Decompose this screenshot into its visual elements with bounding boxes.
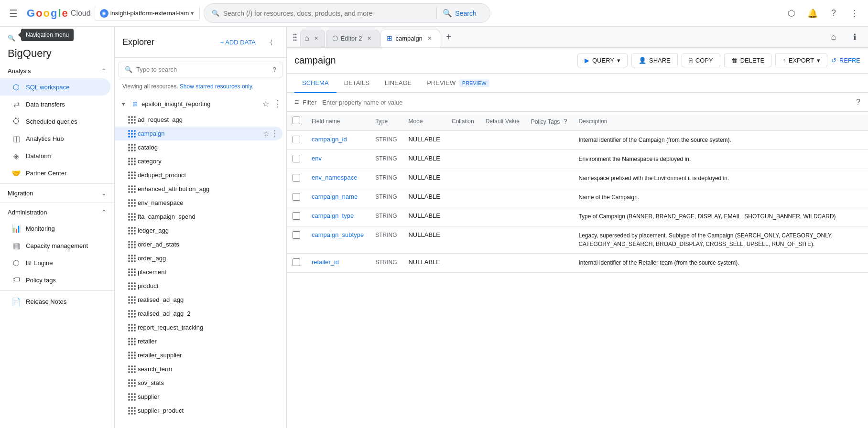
table-star-icon[interactable]: ☆ bbox=[263, 129, 269, 138]
select-all-checkbox[interactable] bbox=[293, 117, 300, 124]
table-row-retailer[interactable]: retailer ☆ ⋮ bbox=[115, 334, 282, 348]
row-checkbox[interactable] bbox=[293, 258, 300, 266]
migration-section-header[interactable]: Migration ⌄ bbox=[0, 186, 114, 201]
add-tab-button[interactable]: + bbox=[441, 30, 456, 45]
info-tab-icon-btn[interactable]: ℹ bbox=[845, 28, 864, 47]
table-row-report-request-tracking[interactable]: report_request_tracking ☆ ⋮ bbox=[115, 321, 282, 334]
explorer-search-bar[interactable]: 🔍 ? bbox=[119, 62, 282, 77]
delete-button[interactable]: 🗑 DELETE bbox=[724, 54, 772, 67]
table-name: deduped_product bbox=[138, 171, 261, 179]
field-name-link[interactable]: campaign_id bbox=[312, 136, 347, 143]
table-row-category[interactable]: category ☆ ⋮ bbox=[115, 154, 282, 168]
sidebar-item-scheduled-queries[interactable]: ⏱ Scheduled queries bbox=[0, 113, 110, 130]
tab-schema[interactable]: SCHEMA bbox=[294, 74, 336, 93]
sidebar-item-policy-tags[interactable]: 🏷 Policy tags bbox=[0, 271, 110, 289]
search-bar[interactable]: 🔍 🔍 Search bbox=[204, 3, 490, 23]
sidebar-item-monitoring[interactable]: 📊 Monitoring bbox=[0, 220, 110, 237]
sidebar-item-capacity-management[interactable]: ▦ Capacity management bbox=[0, 237, 110, 254]
field-name-link[interactable]: campaign_subtype bbox=[312, 231, 364, 238]
search-button[interactable]: 🔍 Search bbox=[436, 7, 482, 20]
share-button[interactable]: 👤 SHARE bbox=[631, 54, 678, 67]
table-row-order-agg[interactable]: order_agg ☆ ⋮ bbox=[115, 251, 282, 265]
refresh-button[interactable]: ↺ REFRE bbox=[831, 57, 860, 64]
row-checkbox[interactable] bbox=[293, 212, 300, 220]
dataset-header[interactable]: ▾ ⊞ epsilon_insight_reporting ☆ ⋮ bbox=[115, 95, 286, 113]
starred-resources-link[interactable]: Show starred resources only. bbox=[180, 83, 254, 90]
table-row-catalog[interactable]: catalog ☆ ⋮ bbox=[115, 140, 282, 154]
table-row-search-term[interactable]: search_term ☆ ⋮ bbox=[115, 362, 282, 376]
table-row-realised-ad-agg-2[interactable]: realised_ad_agg_2 ☆ ⋮ bbox=[115, 307, 282, 321]
copy-button[interactable]: ⎘ COPY bbox=[682, 54, 720, 67]
explorer-search-help-icon[interactable]: ? bbox=[273, 66, 276, 73]
tab-editor-2[interactable]: ⬡ Editor 2 × bbox=[326, 30, 380, 47]
terminal-icon-btn[interactable]: ⬡ bbox=[782, 4, 801, 23]
dataset-menu-icon[interactable]: ⋮ bbox=[272, 97, 282, 110]
navigation-menu-button[interactable]: ☰ bbox=[4, 4, 23, 23]
sidebar-item-partner-center[interactable]: 🤝 Partner Center bbox=[0, 164, 110, 182]
tab-preview[interactable]: PREVIEW PREVIEW bbox=[419, 74, 497, 93]
table-row-sov-stats[interactable]: sov_stats ☆ ⋮ bbox=[115, 376, 282, 390]
help-icon-btn[interactable]: ? bbox=[824, 4, 843, 23]
table-row-campaign[interactable]: campaign ☆ ⋮ bbox=[115, 127, 282, 140]
query-button[interactable]: ▶ QUERY ▾ bbox=[577, 54, 628, 67]
tab-home[interactable]: ⌂ × bbox=[300, 30, 325, 47]
row-checkbox[interactable] bbox=[293, 155, 300, 162]
editor2-tab-close-button[interactable]: × bbox=[365, 34, 373, 43]
field-name-link[interactable]: campaign_type bbox=[312, 212, 354, 219]
notifications-icon-btn[interactable]: 🔔 bbox=[803, 4, 822, 23]
field-name-link[interactable]: env bbox=[312, 155, 322, 162]
add-data-button[interactable]: + ADD DATA bbox=[217, 37, 260, 48]
sidebar-item-analytics-hub[interactable]: ◫ Analytics Hub bbox=[0, 130, 110, 147]
home-tab-icon-btn[interactable]: ⌂ bbox=[824, 28, 843, 47]
table-row-fta-campaign-spend[interactable]: fta_campaign_spend ☆ ⋮ bbox=[115, 210, 282, 224]
table-row-deduped-product[interactable]: deduped_product ☆ ⋮ bbox=[115, 168, 282, 182]
home-tab-close-button[interactable]: × bbox=[312, 34, 321, 43]
schema-filter-input[interactable] bbox=[322, 99, 852, 106]
more-options-icon-btn[interactable]: ⋮ bbox=[845, 4, 864, 23]
sidebar-item-bi-engine[interactable]: ⬡ BI Engine bbox=[0, 254, 110, 271]
sidebar-item-label: Partner Center bbox=[26, 170, 66, 177]
table-menu-icon[interactable]: ⋮ bbox=[271, 129, 279, 138]
tab-details[interactable]: DETAILS bbox=[336, 74, 377, 93]
table-row-supplier-product[interactable]: supplier_product ☆ ⋮ bbox=[115, 404, 282, 417]
sidebar-item-dataform[interactable]: ◈ Dataform bbox=[0, 147, 110, 164]
table-row-order-ad-stats[interactable]: order_ad_stats ☆ ⋮ bbox=[115, 237, 282, 251]
row-checkbox[interactable] bbox=[293, 193, 300, 201]
table-row-ledger-agg[interactable]: ledger_agg ☆ ⋮ bbox=[115, 224, 282, 237]
sidebar-item-release-notes[interactable]: 📄 Release Notes bbox=[0, 293, 110, 310]
row-type: STRING bbox=[369, 150, 402, 169]
campaign-tab-close-button[interactable]: × bbox=[425, 34, 434, 43]
table-row-retailer-supplier[interactable]: retailer_supplier ☆ ⋮ bbox=[115, 348, 282, 362]
table-row-product[interactable]: product ☆ ⋮ bbox=[115, 279, 282, 293]
policy-tags-help-icon[interactable]: ? bbox=[564, 118, 567, 125]
tab-drag-handle bbox=[291, 33, 299, 42]
export-button[interactable]: ↑ EXPORT ▾ bbox=[775, 54, 827, 67]
table-row-enhanced-attribution-agg[interactable]: enhanced_attribution_agg ☆ ⋮ bbox=[115, 182, 282, 196]
project-selector[interactable]: ◉ insight-platform-external-iam ▾ bbox=[95, 6, 200, 21]
row-checkbox[interactable] bbox=[293, 231, 300, 239]
tab-campaign[interactable]: ⊞ campaign × bbox=[380, 30, 440, 47]
sidebar-item-data-transfers[interactable]: ⇄ Data transfers bbox=[0, 96, 110, 113]
table-row-ad-request-agg[interactable]: ad_request_agg ☆ ⋮ bbox=[115, 113, 282, 127]
table-row-realised-ad-agg[interactable]: realised_ad_agg ☆ ⋮ bbox=[115, 293, 282, 307]
filter-help-icon[interactable]: ? bbox=[856, 98, 860, 107]
explorer-search-input[interactable] bbox=[136, 66, 269, 73]
row-checkbox[interactable] bbox=[293, 136, 300, 143]
dataset-star-icon[interactable]: ☆ bbox=[261, 98, 270, 109]
administration-section-header[interactable]: Administration ⌃ bbox=[0, 205, 114, 220]
sidebar-item-sql-workspace[interactable]: ⬡ SQL workspace bbox=[0, 78, 110, 96]
row-checkbox[interactable] bbox=[293, 174, 300, 182]
sidebar-item-label: Scheduled queries bbox=[26, 118, 77, 125]
table-row-supplier[interactable]: supplier ☆ ⋮ bbox=[115, 390, 282, 404]
tab-lineage[interactable]: LINEAGE bbox=[377, 74, 419, 93]
row-checkbox-cell bbox=[287, 207, 306, 226]
table-row-placement[interactable]: placement ☆ ⋮ bbox=[115, 265, 282, 279]
field-name-link[interactable]: env_namespace bbox=[312, 174, 357, 181]
search-input[interactable] bbox=[223, 10, 433, 17]
table-row-env-namespace[interactable]: env_namespace ☆ ⋮ bbox=[115, 196, 282, 210]
field-name-link[interactable]: campaign_name bbox=[312, 193, 358, 200]
google-cloud-logo[interactable]: Google Cloud bbox=[27, 7, 91, 20]
analysis-section-header[interactable]: Analysis ⌃ bbox=[0, 64, 114, 78]
explorer-collapse-button[interactable]: ⟨ bbox=[263, 34, 279, 50]
field-name-link[interactable]: retailer_id bbox=[312, 258, 339, 266]
